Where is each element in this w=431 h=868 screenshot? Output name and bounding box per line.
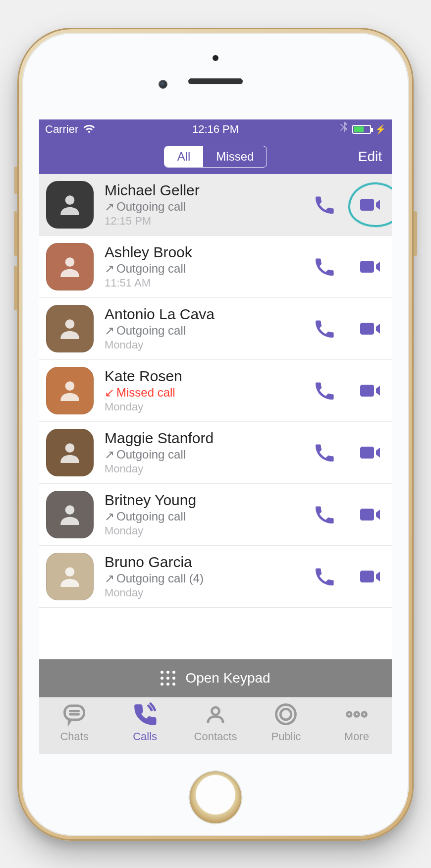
incoming-arrow-icon: ↙ xyxy=(105,387,114,399)
video-call-button[interactable] xyxy=(357,192,383,218)
tab-public[interactable]: Public xyxy=(251,701,321,754)
call-row[interactable]: Britney Young↗ Outgoing callMonday xyxy=(39,484,392,546)
call-time: Monday xyxy=(105,339,312,351)
contact-name: Antonio La Cava xyxy=(105,306,312,323)
video-icon xyxy=(358,193,382,217)
call-type-outgoing: ↗ Outgoing call xyxy=(105,200,312,214)
contact-name: Ashley Brook xyxy=(105,244,312,261)
outgoing-arrow-icon: ↗ xyxy=(105,449,114,461)
video-call-button[interactable] xyxy=(357,564,383,589)
keypad-icon xyxy=(161,671,175,686)
row-body: Michael Geller↗ Outgoing call12:15 PM xyxy=(105,182,312,228)
tabbar: ChatsCallsContactsPublicMore xyxy=(39,697,392,754)
video-call-button[interactable] xyxy=(357,502,383,527)
row-body: Britney Young↗ Outgoing callMonday xyxy=(105,492,312,537)
power-button[interactable] xyxy=(414,211,417,256)
voice-call-button[interactable] xyxy=(312,502,337,527)
row-actions xyxy=(312,502,383,527)
avatar xyxy=(46,243,94,290)
phone-body: Carrier 12:16 PM ⚡ All xyxy=(22,33,409,836)
tab-label: Public xyxy=(271,730,301,743)
call-row[interactable]: Kate Rosen↙ Missed callMonday xyxy=(39,360,392,422)
voice-call-button[interactable] xyxy=(312,378,337,404)
row-actions xyxy=(312,564,383,589)
svg-point-2 xyxy=(65,319,75,329)
svg-rect-10 xyxy=(281,709,292,720)
video-icon xyxy=(358,565,382,588)
tab-contacts[interactable]: Contacts xyxy=(180,701,251,754)
svg-point-11 xyxy=(347,712,351,716)
call-row[interactable]: Michael Geller↗ Outgoing call12:15 PM xyxy=(39,174,392,236)
avatar xyxy=(46,305,94,352)
row-actions xyxy=(312,192,383,218)
tab-calls[interactable]: Calls xyxy=(109,701,180,754)
call-type-missed: ↙ Missed call xyxy=(105,386,312,400)
voice-call-button[interactable] xyxy=(312,440,337,465)
open-keypad-button[interactable]: Open Keypad xyxy=(39,659,392,697)
contact-name: Maggie Stanford xyxy=(105,430,312,447)
call-row[interactable]: Antonio La Cava↗ Outgoing callMonday xyxy=(39,298,392,360)
contacts-icon xyxy=(203,701,228,727)
volume-down[interactable] xyxy=(14,266,17,310)
phone-icon xyxy=(313,379,336,403)
call-type-label: Outgoing call xyxy=(116,324,186,338)
mute-switch[interactable] xyxy=(14,167,17,194)
seg-missed[interactable]: Missed xyxy=(203,146,267,167)
call-row[interactable]: Maggie Stanford↗ Outgoing callMonday xyxy=(39,422,392,484)
front-camera xyxy=(159,80,167,89)
statusbar: Carrier 12:16 PM ⚡ xyxy=(39,119,392,139)
video-icon xyxy=(358,441,382,464)
phone-frame: Carrier 12:16 PM ⚡ All xyxy=(17,28,414,841)
home-button[interactable] xyxy=(190,771,242,823)
outgoing-arrow-icon: ↗ xyxy=(105,263,114,275)
call-time: 12:15 PM xyxy=(105,215,312,228)
carrier-name: Carrier xyxy=(45,123,78,136)
tab-more[interactable]: More xyxy=(322,701,392,754)
volume-up[interactable] xyxy=(14,211,17,256)
edit-button[interactable]: Edit xyxy=(358,149,382,165)
call-time: Monday xyxy=(105,586,312,599)
call-type-label: Outgoing call xyxy=(116,262,186,276)
phone-icon xyxy=(313,193,336,217)
svg-rect-7 xyxy=(65,705,84,719)
video-call-button[interactable] xyxy=(357,440,383,465)
voice-call-button[interactable] xyxy=(312,192,337,218)
call-time: 11:51 AM xyxy=(105,277,312,289)
phone-icon xyxy=(313,565,336,588)
call-time: Monday xyxy=(105,463,312,475)
call-type-label: Outgoing call xyxy=(116,510,186,523)
call-type-label: Outgoing call (4) xyxy=(116,572,204,585)
video-call-button[interactable] xyxy=(357,254,383,280)
contact-name: Kate Rosen xyxy=(105,368,312,385)
video-icon xyxy=(358,503,382,526)
row-actions xyxy=(312,254,383,280)
contact-name: Michael Geller xyxy=(105,182,312,199)
row-actions xyxy=(312,316,383,342)
avatar xyxy=(46,491,94,538)
video-call-button[interactable] xyxy=(357,316,383,342)
video-call-button[interactable] xyxy=(357,378,383,404)
tab-chats[interactable]: Chats xyxy=(39,701,109,754)
row-body: Bruno Garcia↗ Outgoing call (4)Monday xyxy=(105,554,312,599)
segmented-filter: All Missed xyxy=(164,146,268,168)
voice-call-button[interactable] xyxy=(312,254,337,280)
avatar xyxy=(46,429,94,476)
svg-point-5 xyxy=(65,505,75,515)
row-body: Ashley Brook↗ Outgoing call11:51 AM xyxy=(105,244,312,289)
clock: 12:16 PM xyxy=(159,123,272,136)
svg-rect-9 xyxy=(276,704,296,724)
svg-point-8 xyxy=(212,707,219,714)
voice-call-button[interactable] xyxy=(312,316,337,342)
row-actions xyxy=(312,440,383,465)
call-type-outgoing: ↗ Outgoing call xyxy=(105,262,312,276)
call-type-outgoing: ↗ Outgoing call xyxy=(105,324,312,338)
seg-all[interactable]: All xyxy=(164,146,204,167)
svg-point-4 xyxy=(65,443,75,453)
voice-call-button[interactable] xyxy=(312,564,337,589)
row-body: Antonio La Cava↗ Outgoing callMonday xyxy=(105,306,312,351)
tab-label: Calls xyxy=(133,730,157,743)
call-row[interactable]: Ashley Brook↗ Outgoing call11:51 AM xyxy=(39,236,392,298)
call-row[interactable]: Bruno Garcia↗ Outgoing call (4)Monday xyxy=(39,546,392,608)
more-icon xyxy=(344,701,370,727)
row-body: Kate Rosen↙ Missed callMonday xyxy=(105,368,312,413)
